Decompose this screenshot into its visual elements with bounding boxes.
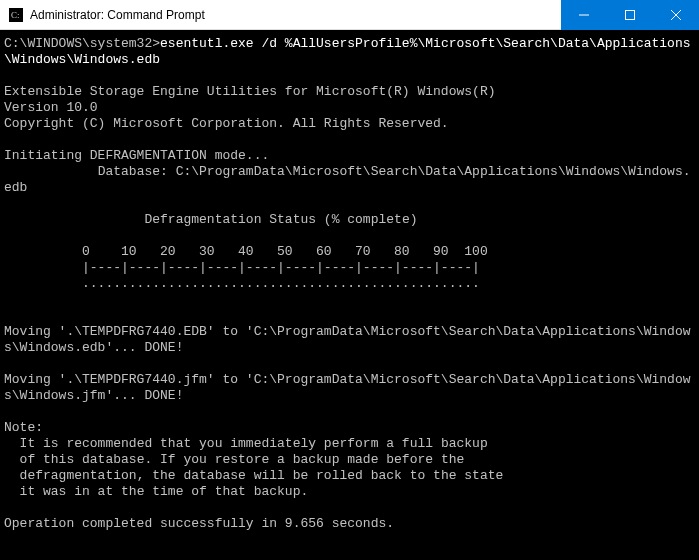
minimize-button[interactable] <box>561 0 607 30</box>
window-titlebar: C: Administrator: Command Prompt <box>0 0 699 30</box>
output-line: Extensible Storage Engine Utilities for … <box>4 84 495 99</box>
prompt: C:\WINDOWS\system32> <box>4 36 160 51</box>
window-controls <box>561 0 699 29</box>
output-line: It is recommended that you immediately p… <box>4 436 488 451</box>
close-button[interactable] <box>653 0 699 30</box>
output-line: 0 10 20 30 40 50 60 70 80 90 100 <box>4 244 488 259</box>
output-line: Defragmentation Status (% complete) <box>4 212 417 227</box>
output-line: Initiating DEFRAGMENTATION mode... <box>4 148 269 163</box>
output-line: Operation completed successfully in 9.65… <box>4 516 394 531</box>
output-line: defragmentation, the database will be ro… <box>4 468 503 483</box>
maximize-button[interactable] <box>607 0 653 30</box>
output-line: |----|----|----|----|----|----|----|----… <box>4 260 480 275</box>
output-line: Version 10.0 <box>4 100 98 115</box>
output-line: Database: C:\ProgramData\Microsoft\Searc… <box>4 164 691 195</box>
svg-text:C:: C: <box>11 10 20 20</box>
output-line: Moving '.\TEMPDFRG7440.EDB' to 'C:\Progr… <box>4 324 691 355</box>
output-line: Note: <box>4 420 43 435</box>
output-line: ........................................… <box>4 276 480 291</box>
app-icon: C: <box>8 7 24 23</box>
output-line: of this database. If you restore a backu… <box>4 452 464 467</box>
svg-rect-3 <box>626 11 635 20</box>
terminal-output[interactable]: C:\WINDOWS\system32>esentutl.exe /d %All… <box>0 30 699 560</box>
output-line: it was in at the time of that backup. <box>4 484 308 499</box>
output-line: Moving '.\TEMPDFRG7440.jfm' to 'C:\Progr… <box>4 372 691 403</box>
output-line: Copyright (C) Microsoft Corporation. All… <box>4 116 449 131</box>
window-title: Administrator: Command Prompt <box>30 8 561 22</box>
